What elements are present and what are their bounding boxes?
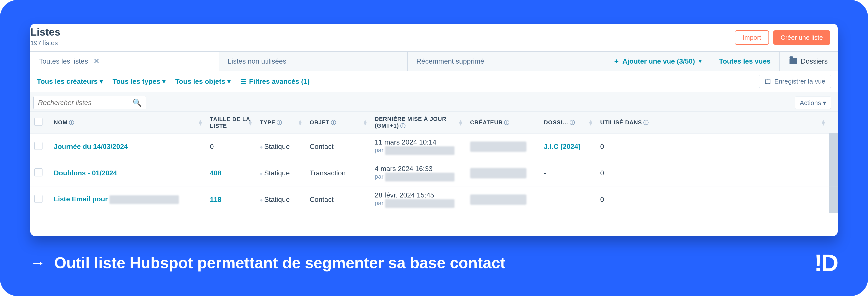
close-icon[interactable]: ✕ (93, 57, 100, 66)
filter-creators[interactable]: Tous les créateurs (37, 77, 103, 86)
page-header: Listes 197 listes Import Créer une liste (30, 24, 838, 52)
list-type: Statique (264, 143, 290, 150)
tab-unused-lists-label: Listes non utilisées (228, 57, 286, 65)
table-row: Liste Email pour 118 ●Statique Contact 2… (30, 186, 838, 213)
col-used-in-label: UTILISÉ DANS (600, 119, 642, 126)
col-updated[interactable]: DERNIÈRE MISE À JOUR (GMT+1)ⓘ▲▼ (371, 112, 466, 134)
actions-dropdown[interactable]: Actions ▾ (795, 96, 831, 109)
info-icon[interactable]: ⓘ (570, 120, 575, 125)
advanced-filters-button[interactable]: ☰ Filtres avancés (1) (240, 78, 310, 86)
list-updated: 28 févr. 2024 15:45 (375, 191, 462, 199)
caption-text: Outil liste Hubspot permettant de segmen… (54, 254, 505, 272)
scrollbar[interactable] (829, 186, 838, 213)
col-object-label: OBJET (310, 119, 330, 126)
table-row: Journée du 14/03/2024 0 ●Statique Contac… (30, 134, 838, 160)
all-views-button[interactable]: Toutes les vues (710, 52, 779, 71)
search-icon[interactable]: 🔍 (132, 98, 142, 107)
tab-unused-lists[interactable]: Listes non utilisées (219, 52, 408, 71)
import-button[interactable]: Import (735, 30, 769, 45)
info-icon[interactable]: ⓘ (331, 120, 336, 125)
sort-icon[interactable]: ▲▼ (298, 120, 303, 126)
lists-table: NOMⓘ▲▼ TAILLE DE LA LISTE▲▼ TYPEⓘ▲▼ OBJE… (30, 112, 838, 213)
col-size[interactable]: TAILLE DE LA LISTE▲▼ (206, 112, 256, 134)
status-dot-icon: ● (260, 144, 263, 150)
info-icon[interactable]: ⓘ (69, 120, 74, 125)
page-subtitle: 197 listes (30, 39, 61, 47)
header-left: Listes 197 listes (30, 26, 61, 47)
redacted-creator (470, 168, 526, 178)
list-name-link[interactable]: Doublons - 01/2024 (54, 169, 117, 177)
search-box[interactable]: 🔍 (33, 96, 146, 109)
page-title: Listes (30, 26, 61, 38)
col-used-in[interactable]: UTILISÉ DANSⓘ▲▼ (596, 112, 829, 134)
col-updated-label: DERNIÈRE MISE À JOUR (GMT+1) (375, 116, 446, 129)
list-name-link[interactable]: Liste Email pour (54, 195, 179, 203)
add-view-button[interactable]: ＋ Ajouter une vue (3/50) (604, 52, 710, 71)
col-folder[interactable]: DOSSI…ⓘ▲▼ (540, 112, 596, 134)
add-view-text: Ajouter une vue (3/50) (623, 57, 695, 65)
select-all-checkbox[interactable] (34, 118, 42, 126)
list-updated-by: par (375, 173, 462, 181)
scrollbar[interactable] (829, 112, 838, 134)
scrollbar[interactable] (829, 160, 838, 186)
list-updated-by: par (375, 199, 462, 208)
create-list-button[interactable]: Créer une liste (773, 30, 830, 45)
scrollbar[interactable] (829, 134, 838, 160)
save-view-label: Enregistrer la vue (774, 78, 825, 85)
col-folder-label: DOSSI… (544, 119, 568, 126)
row-checkbox[interactable] (34, 195, 42, 203)
list-size: 408 (210, 169, 221, 177)
sort-icon[interactable]: ▲▼ (198, 120, 203, 126)
sort-icon[interactable]: ▲▼ (248, 120, 253, 126)
folder-link[interactable]: J.I.C [2024] (544, 143, 581, 150)
list-name-link[interactable]: Journée du 14/03/2024 (54, 143, 128, 150)
redacted-creator (470, 142, 526, 152)
info-icon[interactable]: ⓘ (277, 120, 282, 125)
list-object: Transaction (310, 169, 346, 177)
all-views-label: Toutes les vues (719, 57, 771, 65)
col-type[interactable]: TYPEⓘ▲▼ (256, 112, 306, 134)
sort-icon[interactable]: ▲▼ (458, 120, 463, 126)
redacted-name (385, 199, 455, 208)
frame: Listes 197 listes Import Créer une liste… (0, 0, 868, 296)
list-updated: 4 mars 2024 16:33 (375, 165, 462, 173)
table-header-row: NOMⓘ▲▼ TAILLE DE LA LISTE▲▼ TYPEⓘ▲▼ OBJE… (30, 112, 838, 134)
filter-types[interactable]: Tous les types (113, 77, 166, 86)
caption-bar: → Outil liste Hubspot permettant de segm… (30, 236, 838, 276)
col-name[interactable]: NOMⓘ▲▼ (50, 112, 206, 134)
row-checkbox[interactable] (34, 168, 42, 176)
folder-icon (789, 58, 797, 64)
col-creator[interactable]: CRÉATEURⓘ (466, 112, 540, 134)
used-in-count: 0 (600, 143, 604, 150)
brand-logo: !D (814, 249, 838, 276)
sort-icon[interactable]: ▲▼ (588, 120, 593, 126)
tab-spacer (596, 52, 604, 71)
used-in-count: 0 (600, 196, 604, 203)
redacted-name (110, 195, 179, 204)
tab-all-lists-label: Toutes les listes (39, 57, 88, 65)
folders-button[interactable]: Dossiers (779, 52, 838, 71)
table-body: Journée du 14/03/2024 0 ●Statique Contac… (30, 134, 838, 213)
col-object[interactable]: OBJETⓘ▲▼ (306, 112, 371, 134)
list-name-text: Liste Email pour (54, 195, 108, 203)
sort-icon[interactable]: ▲▼ (821, 120, 826, 126)
list-type: Statique (264, 196, 290, 203)
tab-all-lists[interactable]: Toutes les listes ✕ (30, 52, 219, 71)
filter-objects[interactable]: Tous les objets (175, 77, 230, 86)
table-row: Doublons - 01/2024 408 ●Statique Transac… (30, 160, 838, 186)
folder-value: - (544, 196, 546, 203)
row-checkbox[interactable] (34, 142, 42, 150)
search-input[interactable] (38, 99, 132, 107)
view-tabs: Toutes les listes ✕ Listes non utilisées… (30, 52, 838, 71)
info-icon[interactable]: ⓘ (643, 120, 649, 125)
sort-icon[interactable]: ▲▼ (363, 120, 368, 126)
list-size: 118 (210, 196, 221, 203)
list-size: 0 (210, 143, 214, 150)
toolbar: 🔍 Actions ▾ (30, 92, 838, 112)
save-view-button[interactable]: 🕮 Enregistrer la vue (759, 75, 831, 88)
info-icon[interactable]: ⓘ (504, 120, 509, 125)
col-type-label: TYPE (260, 119, 275, 126)
info-icon[interactable]: ⓘ (400, 123, 406, 129)
tab-recently-deleted[interactable]: Récemment supprimé (408, 52, 596, 71)
bookmark-icon: 🕮 (765, 78, 771, 85)
